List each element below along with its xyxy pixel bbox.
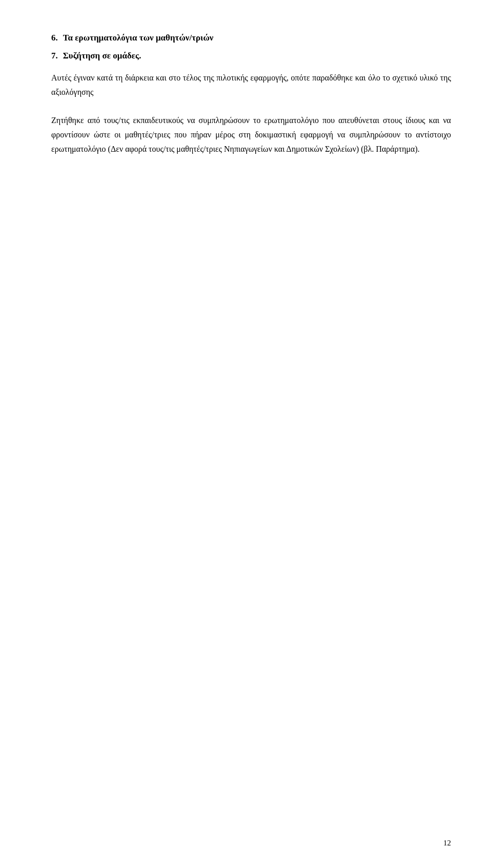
section-6-number: 6. <box>51 31 58 46</box>
section-7-number: 7. <box>51 49 58 64</box>
section-7-title: Συζήτηση σε ομάδες. <box>63 49 141 64</box>
main-content: 6. Τα ερωτηματολόγια των μαθητών/τριών 7… <box>51 31 451 156</box>
body-text-1: Αυτές έγιναν κατά τη διάρκεια και στο τέ… <box>51 73 451 96</box>
section-6-title: Τα ερωτηματολόγια των μαθητών/τριών <box>63 31 214 46</box>
body-text-2: Ζητήθηκε από τους/τις εκπαιδευτικούς να … <box>51 116 451 153</box>
body-paragraph-1: Αυτές έγιναν κατά τη διάρκεια και στο τέ… <box>51 71 451 99</box>
page-number: 12 <box>443 839 451 847</box>
section-7-heading: 7. Συζήτηση σε ομάδες. <box>51 49 451 64</box>
section-6-heading: 6. Τα ερωτηματολόγια των μαθητών/τριών <box>51 31 451 46</box>
body-paragraph-2: Ζητήθηκε από τους/τις εκπαιδευτικούς να … <box>51 113 451 156</box>
page: 6. Τα ερωτηματολόγια των μαθητών/τριών 7… <box>0 0 492 868</box>
